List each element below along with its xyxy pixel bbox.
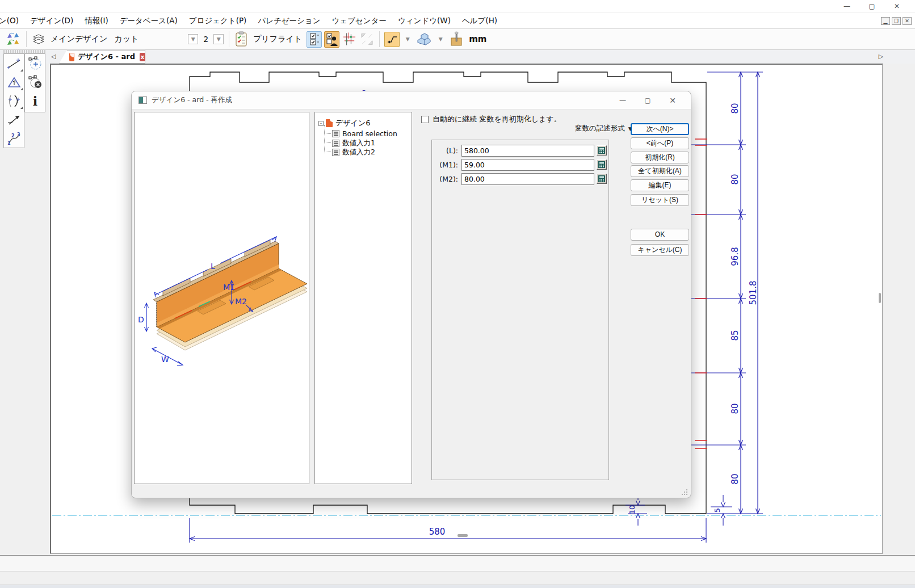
form-page-icon (332, 130, 339, 137)
info-tool[interactable]: i (25, 91, 45, 110)
mdi-restore-button[interactable]: ❐ (892, 17, 901, 25)
menu-bar: ン(O) デザイン(D) 情報(I) データベース(A) プロジェクト(P) パ… (0, 12, 915, 29)
variable-format-dropdown[interactable]: 変数の記述形式 ▼ (575, 124, 632, 133)
dim-tab-depth: 10 (628, 505, 636, 515)
field-input-M2[interactable] (461, 173, 594, 185)
mdi-close-button[interactable]: ✕ (903, 17, 912, 25)
dialog-title-bar[interactable]: デザイン6 - ard - 再作成 — ▢ ✕ (132, 91, 691, 110)
cancel-button[interactable]: キャンセル(C) (631, 244, 689, 256)
next-button[interactable]: 次へ(N)> (631, 123, 689, 135)
calculator-button-M2[interactable] (597, 174, 607, 184)
palette-grip[interactable] (3, 50, 45, 53)
init-all-button[interactable]: 全て初期化(A) (631, 165, 689, 177)
menu-help[interactable]: ヘルプ(H) (456, 12, 503, 29)
red-tick-marks (695, 139, 707, 448)
extrude-tool-icon[interactable] (415, 31, 433, 47)
checklist-person-icon[interactable] (324, 31, 339, 48)
zigzag-tool-icon[interactable] (384, 32, 400, 47)
triangle-tool[interactable] (4, 73, 24, 91)
checklist-icon[interactable] (307, 31, 322, 48)
dialog-maximize-button[interactable]: ▢ (635, 91, 660, 110)
mdi-minimize-button[interactable]: ▁ (881, 17, 890, 25)
tree-item-label: Board selection (342, 129, 397, 138)
variable-format-label: 変数の記述形式 (575, 124, 625, 133)
init-button[interactable]: 初期化(R) (631, 152, 689, 163)
bezier-circle-delete-tool[interactable] (25, 73, 45, 91)
field-input-M1[interactable] (461, 159, 594, 171)
arrow-line-tool[interactable] (4, 110, 24, 129)
svg-text:i: i (32, 94, 37, 108)
palette-column-1: 123 (3, 53, 24, 148)
line-tool[interactable] (4, 54, 24, 73)
field-row-M1: (M1): (432, 158, 608, 171)
calculator-button-M1[interactable] (597, 159, 607, 170)
layer-cut-label[interactable]: カット (114, 34, 138, 44)
dialog-resize-grip[interactable] (681, 489, 688, 495)
preview-label-D: D (138, 315, 144, 324)
form-page-icon (332, 149, 339, 156)
menu-window[interactable]: ウィンドウ(W) (392, 12, 456, 29)
title-bar: — ▢ ✕ (0, 0, 915, 12)
window-maximize-button[interactable]: ▢ (859, 0, 884, 12)
dialog-minimize-button[interactable]: — (610, 91, 635, 110)
tool-palette: 123 i (3, 53, 45, 148)
layer-main-design-label[interactable]: メインデザイン (51, 34, 107, 44)
dim-right-2: 80 (730, 174, 740, 184)
menu-info[interactable]: 情報(I) (79, 12, 114, 29)
menu-project[interactable]: プロジェクト(P) (183, 12, 253, 29)
auto-reinit-checkbox[interactable] (421, 116, 429, 123)
tab-close-icon[interactable]: x (140, 53, 145, 61)
tree-item-numeric-input-2[interactable]: 数値入力2 (332, 148, 375, 157)
arc-tool[interactable] (4, 91, 24, 110)
tree-item-numeric-input-1[interactable]: 数値入力1 (332, 138, 375, 148)
tab-design6[interactable]: デザイン6 - ard x (59, 50, 145, 64)
field-label-L: (L): (432, 146, 461, 155)
auto-reinit-label: 自動的に継続 変数を再初期化します。 (433, 114, 561, 124)
ok-button[interactable]: OK (631, 229, 689, 241)
extrude-dropdown[interactable]: ▼ (435, 34, 446, 44)
layer-dropdown-left[interactable]: ▼ (188, 34, 198, 44)
window-close-button[interactable]: ✕ (884, 0, 909, 12)
form-page-icon (332, 140, 339, 147)
tab-scroll-left-icon[interactable]: ◁ (49, 51, 58, 62)
tree-item-board-selection[interactable]: Board selection (332, 129, 397, 138)
preview-label-L: L (211, 262, 215, 271)
menu-design[interactable]: デザイン(D) (24, 12, 79, 29)
rebuild-icon[interactable] (5, 31, 22, 47)
reset-button[interactable]: リセット(S) (631, 194, 689, 206)
menu-webcenter[interactable]: ウェブセンター (326, 12, 392, 29)
vertical-scrollbar-thumb[interactable] (879, 293, 881, 303)
document-tab-bar: ◁ デザイン6 - ard x ▷ (0, 50, 915, 64)
menu-database[interactable]: データベース(A) (114, 12, 183, 29)
dialog-close-button[interactable]: ✕ (660, 91, 685, 110)
tab-scroll-right-icon[interactable]: ▷ (876, 51, 885, 62)
menu-palletization[interactable]: パレチゼーション (252, 12, 326, 29)
bezier-circle-add-tool[interactable] (25, 54, 45, 73)
tree-collapse-icon[interactable]: - (318, 121, 324, 126)
grid-icon[interactable] (342, 31, 357, 48)
edit-button[interactable]: 編集(E) (631, 179, 689, 191)
tree-root-design6[interactable]: - デザイン6 (318, 118, 371, 128)
svg-text:3: 3 (17, 132, 20, 137)
tree-item-label: 数値入力1 (342, 138, 375, 148)
prev-button[interactable]: <前へ(P) (631, 137, 689, 149)
menu-options[interactable]: ン(O) (0, 12, 24, 29)
layers-icon[interactable] (31, 32, 46, 47)
field-input-L[interactable] (461, 145, 594, 157)
layer-dropdown-right[interactable]: ▼ (213, 34, 224, 44)
window-minimize-button[interactable]: — (834, 0, 859, 12)
dialog-icon (138, 96, 147, 104)
horizontal-scrollbar-thumb[interactable] (458, 534, 468, 537)
tab-title: デザイン6 - ard (78, 52, 135, 62)
window-bottom-edge (0, 585, 915, 588)
calculator-button-L[interactable] (597, 145, 607, 156)
dialog-title: デザイン6 - ard - 再作成 (152, 95, 232, 105)
pin-board-icon[interactable] (448, 31, 464, 48)
preflight-label[interactable]: プリフライト (253, 34, 302, 44)
preflight-icon[interactable] (234, 31, 249, 48)
numbered-points-tool[interactable]: 123 (4, 129, 24, 148)
svg-text:1: 1 (7, 141, 11, 146)
board-3d-preview: L M1 M2 D W (135, 236, 308, 368)
zigzag-dropdown[interactable]: ▼ (402, 34, 413, 44)
preview-panel: L M1 M2 D W (134, 112, 309, 484)
